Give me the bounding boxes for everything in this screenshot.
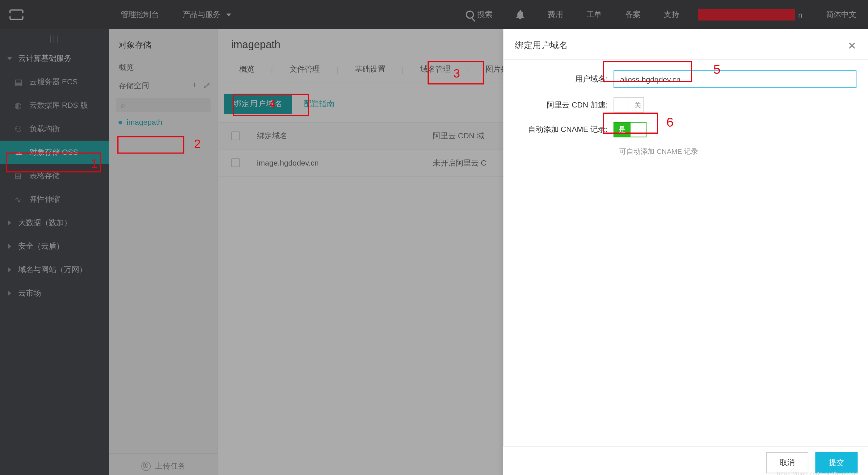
cname-note: 可自动添加 CNAME 记录 <box>619 147 856 157</box>
watermark: https://blog.csdn.net/huoshao <box>777 470 859 475</box>
cname-label: 自动添加 CNAME 记录: <box>515 124 614 135</box>
domain-input[interactable] <box>614 70 856 88</box>
cname-toggle[interactable]: 是 <box>614 122 646 137</box>
bind-domain-panel: 绑定用户域名 ✕ 用户域名: 阿里云 CDN 加速: 关 自动添加 CNAME … <box>503 29 868 475</box>
cdn-label: 阿里云 CDN 加速: <box>515 100 614 110</box>
toggle-off-label: 关 <box>634 100 641 110</box>
submit-button[interactable]: 提交 <box>815 452 858 473</box>
toggle-knob <box>614 98 628 112</box>
toggle-knob <box>630 123 646 137</box>
panel-body: 用户域名: 阿里云 CDN 加速: 关 自动添加 CNAME 记录: 是 可自动… <box>503 60 868 161</box>
toggle-on-label: 是 <box>619 125 626 135</box>
cdn-toggle[interactable]: 关 <box>614 97 644 113</box>
panel-header: 绑定用户域名 ✕ <box>503 29 868 60</box>
close-icon[interactable]: ✕ <box>847 40 856 51</box>
panel-title: 绑定用户域名 <box>515 40 568 51</box>
annotation-5: 5 <box>713 62 720 77</box>
annotation-6: 6 <box>666 115 673 130</box>
domain-label: 用户域名: <box>515 74 614 84</box>
cancel-button[interactable]: 取消 <box>766 452 808 473</box>
